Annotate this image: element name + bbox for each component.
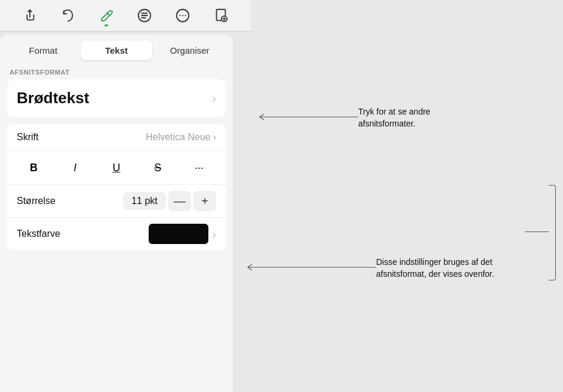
- svg-line-1: [107, 13, 109, 15]
- share-icon[interactable]: [20, 6, 39, 25]
- undo-icon[interactable]: [59, 6, 78, 25]
- side-panel: Format Tekst Organiser AFSNITSFORMAT Brø…: [0, 35, 233, 392]
- tab-bar: Format Tekst Organiser: [0, 35, 233, 60]
- panel-container: Format Tekst Organiser AFSNITSFORMAT Brø…: [0, 0, 563, 392]
- size-value: 11 pkt: [123, 192, 166, 210]
- size-increase-button[interactable]: +: [193, 191, 216, 211]
- callout2-arrow: [245, 261, 379, 273]
- list-icon[interactable]: [135, 6, 154, 25]
- svg-point-8: [182, 15, 183, 16]
- color-value: ›: [149, 224, 216, 244]
- size-row: Størrelse 11 pkt — +: [7, 185, 226, 218]
- font-label: Skrift: [17, 132, 38, 143]
- svg-point-9: [185, 15, 186, 16]
- font-name: Helvetica Neue: [146, 132, 211, 143]
- callout2-container: Disse indstillinger bruges af det afsnit…: [376, 257, 502, 280]
- underline-button[interactable]: U: [106, 157, 127, 178]
- tab-tekst[interactable]: Tekst: [81, 41, 153, 60]
- paragraph-format-box[interactable]: Brødtekst ›: [7, 79, 226, 117]
- svg-point-7: [179, 15, 180, 16]
- bracket-callout-line: [525, 232, 549, 232]
- font-row[interactable]: Skrift Helvetica Neue ›: [7, 124, 226, 151]
- bold-button[interactable]: B: [23, 157, 45, 178]
- color-label: Tekstfarve: [17, 229, 60, 239]
- callout2-text: Disse indstillinger bruges af det afsnit…: [376, 257, 502, 280]
- font-value: Helvetica Neue ›: [146, 132, 216, 143]
- toolbar: [0, 0, 251, 32]
- paintbrush-icon[interactable]: [97, 6, 116, 25]
- paragraph-name: Brødtekst: [17, 89, 89, 107]
- settings-bracket: [549, 185, 556, 280]
- settings-box: Skrift Helvetica Neue › B I U S ··· Stør…: [7, 124, 226, 250]
- callout1-container: Tryk for at se andre afsnitsformater.: [358, 106, 478, 129]
- section-label: AFSNITSFORMAT: [0, 60, 233, 79]
- strikethrough-button[interactable]: S: [147, 157, 168, 178]
- more-style-button[interactable]: ···: [188, 157, 210, 178]
- color-row[interactable]: Tekstfarve ›: [7, 218, 226, 250]
- font-chevron-icon: ›: [213, 132, 216, 143]
- tab-organiser[interactable]: Organiser: [153, 41, 226, 60]
- size-decrease-button[interactable]: —: [168, 191, 191, 211]
- color-swatch[interactable]: [149, 224, 208, 244]
- style-row: B I U S ···: [7, 151, 226, 185]
- italic-button[interactable]: I: [64, 157, 86, 178]
- more-icon[interactable]: [173, 6, 192, 25]
- callout1-text: Tryk for at se andre afsnitsformater.: [358, 106, 478, 129]
- callout1-arrow: [257, 111, 361, 123]
- size-label: Størrelse: [17, 196, 56, 206]
- size-controls: 11 pkt — +: [123, 191, 216, 211]
- tab-format[interactable]: Format: [7, 41, 79, 60]
- color-chevron-icon: ›: [212, 227, 216, 241]
- document-icon[interactable]: [211, 6, 230, 25]
- paragraph-chevron-icon: ›: [212, 91, 216, 105]
